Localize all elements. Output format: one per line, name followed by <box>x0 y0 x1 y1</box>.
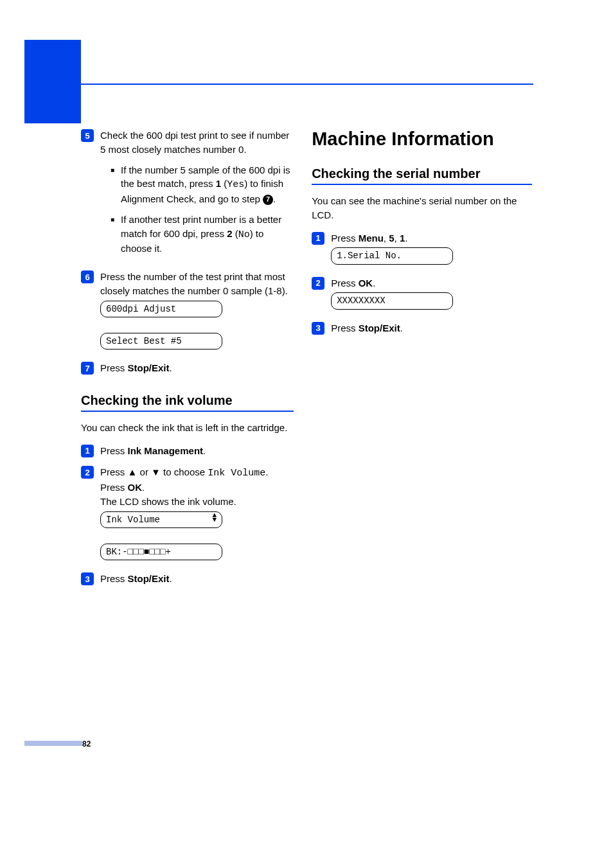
bullet-icon: ■ <box>111 166 114 206</box>
section-rule <box>81 411 294 412</box>
updown-icon: ▲▼ <box>212 513 217 522</box>
step-text: Press the number of the test print that … <box>100 271 288 296</box>
key-label: Stop/Exit <box>128 362 170 373</box>
text: . <box>400 323 403 333</box>
text: . <box>170 362 172 373</box>
step-body: Press Menu, 5, 1. 1.Serial No. <box>331 231 532 269</box>
arrow-up-icon: ▲ <box>128 466 138 477</box>
step-6: 6 Press the number of the test print tha… <box>81 270 294 353</box>
bullet-list: ■ If the number 5 sample of the 600 dpi … <box>111 163 294 256</box>
text: , <box>384 233 389 244</box>
key-label: 1 <box>216 178 221 189</box>
ink-step-3: 3 Press Stop/Exit. <box>81 572 294 586</box>
text: . <box>142 482 145 493</box>
mono-text: No <box>238 229 250 240</box>
main-heading: Machine Information <box>312 128 532 150</box>
step-number-icon: 5 <box>81 129 94 142</box>
intro-paragraph: You can check the ink that is left in th… <box>81 421 294 435</box>
key-label: Stop/Exit <box>359 323 400 333</box>
text: Press <box>331 323 359 333</box>
step-body: Check the 600 dpi test print to see if n… <box>100 128 294 262</box>
lcd-text: Ink Volume <box>106 515 160 525</box>
text: Press <box>100 362 128 373</box>
text: Press <box>331 233 359 244</box>
text: . <box>203 445 206 456</box>
step-body: Press Stop/Exit. <box>100 361 294 375</box>
bullet-item: ■ If the number 5 sample of the 600 dpi … <box>111 163 294 206</box>
text: ( <box>221 178 227 189</box>
lcd-display: XXXXXXXXX <box>331 292 453 309</box>
text: . <box>170 573 172 584</box>
key-label: 1 <box>400 233 405 244</box>
text: . <box>373 278 375 288</box>
ink-step-1: 1 Press Ink Management. <box>81 444 294 458</box>
step-body: Press Ink Management. <box>100 444 294 458</box>
serial-step-2: 2 Press OK. XXXXXXXXX <box>312 276 532 314</box>
section-heading: Checking the serial number <box>312 166 532 181</box>
arrow-down-icon: ▼ <box>151 466 161 477</box>
text: Press <box>100 466 128 477</box>
mono-text: Ink Volume <box>208 468 265 479</box>
step-text: Check the 600 dpi test print to see if n… <box>100 130 289 155</box>
step-number-icon: 3 <box>81 572 94 585</box>
right-column: Machine Information Checking the serial … <box>312 128 532 594</box>
page-number: 82 <box>82 740 91 748</box>
step-number-icon: 2 <box>81 466 94 479</box>
step-body: Press the number of the test print that … <box>100 270 294 353</box>
key-label: Stop/Exit <box>128 573 170 584</box>
key-label: OK <box>359 278 373 288</box>
section-rule <box>312 184 532 185</box>
bullet-icon: ■ <box>111 215 114 256</box>
intro-paragraph: You can see the machine's serial number … <box>312 194 532 222</box>
step-number-icon: 1 <box>81 445 94 457</box>
bullet-text: If the number 5 sample of the 600 dpi is… <box>121 163 294 206</box>
ref-num: 7 <box>266 195 270 205</box>
text: , <box>395 233 400 244</box>
text: The LCD shows the ink volume. <box>100 496 236 507</box>
page-content: 5 Check the 600 dpi test print to see if… <box>0 128 613 594</box>
key-label: Ink Management <box>128 445 204 456</box>
step-body: Press Stop/Exit. <box>100 572 294 586</box>
text: to choose <box>161 466 208 477</box>
text: Press <box>331 278 359 288</box>
step-body: Press Stop/Exit. <box>331 321 532 335</box>
lcd-display: 1.Serial No. <box>331 247 453 264</box>
lcd-display: Select Best #5 <box>100 333 222 350</box>
step-number-icon: 1 <box>312 232 324 245</box>
step-ref-icon: 7 <box>263 195 273 205</box>
text: ( <box>232 228 238 239</box>
step-number-icon: 7 <box>81 362 94 375</box>
step-body: Press ▲ or ▼ to choose Ink Volume. Press… <box>100 465 294 564</box>
step-5: 5 Check the 600 dpi test print to see if… <box>81 128 294 262</box>
lcd-display: BK:-□□□■□□□+ <box>100 544 222 560</box>
mono-text: Yes <box>227 179 244 190</box>
step-7: 7 Press Stop/Exit. <box>81 361 294 375</box>
text: . <box>273 193 276 204</box>
header-accent-block <box>24 40 81 123</box>
header-divider <box>24 84 533 85</box>
step-number-icon: 2 <box>312 277 324 290</box>
key-label: OK <box>128 482 143 493</box>
section-heading: Checking the ink volume <box>81 393 294 408</box>
text: or <box>137 466 151 477</box>
ink-step-2: 2 Press ▲ or ▼ to choose Ink Volume. Pre… <box>81 465 294 564</box>
bullet-text: If another test print number is a better… <box>121 213 294 256</box>
text: . <box>405 233 407 244</box>
key-label: 5 <box>389 233 394 244</box>
serial-step-3: 3 Press Stop/Exit. <box>312 321 532 335</box>
step-number-icon: 6 <box>81 270 94 283</box>
step-body: Press OK. XXXXXXXXX <box>331 276 532 314</box>
text: Press <box>100 573 128 584</box>
step-number-icon: 3 <box>312 322 324 335</box>
bullet-item: ■ If another test print number is a bett… <box>111 213 294 256</box>
lcd-display: Ink Volume▲▼ <box>100 511 222 528</box>
serial-step-1: 1 Press Menu, 5, 1. 1.Serial No. <box>312 231 532 269</box>
key-label: Menu <box>359 233 384 244</box>
text: Press <box>100 445 128 456</box>
left-column: 5 Check the 600 dpi test print to see if… <box>81 128 294 594</box>
lcd-display: 600dpi Adjust <box>100 301 222 317</box>
footer-accent <box>24 741 82 746</box>
